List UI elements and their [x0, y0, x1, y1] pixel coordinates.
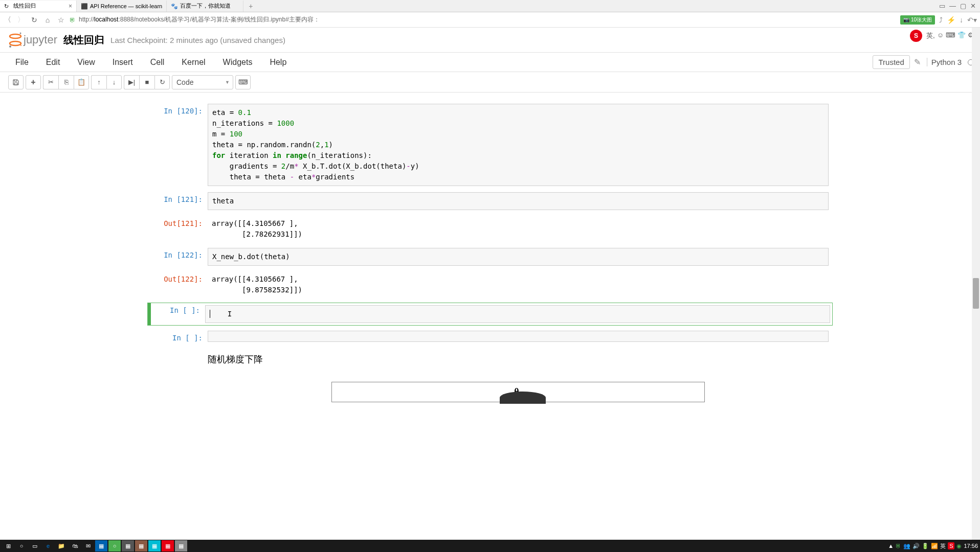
jupyter-header: jupyter 线性回归 Last Checkpoint: 2 minutes …	[0, 28, 980, 53]
code-cell[interactable]: In [121]: theta	[147, 191, 833, 211]
scrollbar-thumb[interactable]	[973, 278, 979, 309]
svg-point-0	[10, 34, 21, 38]
code-cell[interactable]: In [ ]:	[147, 330, 833, 343]
scrollbar[interactable]	[972, 28, 980, 540]
menu-kernel[interactable]: Kernel	[174, 54, 215, 71]
cut-button[interactable]: ✂	[43, 75, 58, 89]
menu-help[interactable]: Help	[262, 54, 297, 71]
app-icon[interactable]: ▦	[122, 540, 134, 551]
output-text: array([[4.3105667 ], [9.87582532]])	[208, 272, 829, 297]
forward-button[interactable]: 〉	[16, 15, 26, 25]
app-icon[interactable]: ▦	[135, 540, 147, 551]
cortana-icon[interactable]: ○	[15, 540, 28, 551]
share-icon[interactable]: ⤴	[939, 16, 943, 24]
new-tab-button[interactable]: +	[243, 2, 258, 10]
ime-icon[interactable]: S	[910, 30, 922, 42]
close-window-icon[interactable]: ✕	[970, 2, 976, 10]
store-icon[interactable]: 🛍	[69, 540, 81, 551]
restart-button[interactable]: ↻	[154, 75, 170, 89]
menu-edit[interactable]: Edit	[39, 54, 71, 71]
move-down-button[interactable]: ↓	[106, 75, 122, 89]
tray-icon[interactable]: ▲	[888, 543, 894, 549]
tray-lang[interactable]: 英	[940, 542, 946, 550]
browser-tab[interactable]: ⬛ API Reference — scikit-learn	[77, 1, 167, 12]
output-cell: Out[121]: array([[4.3105667 ], [2.782629…	[147, 215, 833, 243]
kernel-name[interactable]: Python 3	[927, 58, 962, 66]
undo-icon[interactable]: ↶▾	[967, 16, 977, 24]
start-button[interactable]: ⊞	[2, 540, 14, 551]
home-button[interactable]: ⌂	[43, 15, 52, 25]
task-view-icon[interactable]: ▭	[29, 540, 41, 551]
edit-icon[interactable]: ✎	[914, 57, 921, 67]
in-prompt: In [120]:	[151, 104, 208, 186]
code-input[interactable]: X_new_b.dot(theta)	[208, 248, 829, 266]
download-icon[interactable]: ↓	[960, 16, 963, 24]
code-cell-selected[interactable]: In [ ]: I	[147, 303, 833, 326]
move-up-button[interactable]: ↑	[91, 75, 106, 89]
image-count-badge[interactable]: 📷 10张大图	[900, 15, 935, 25]
address-bar[interactable]: ⛨ http://localhost:8888/notebooks/机器学习/机…	[70, 15, 896, 24]
menu-widgets[interactable]: Widgets	[216, 54, 263, 71]
edge-icon[interactable]: e	[42, 540, 54, 551]
lang-indicator[interactable]: 英,	[926, 31, 935, 40]
menu-view[interactable]: View	[70, 54, 105, 71]
code-cell[interactable]: In [122]: X_new_b.dot(theta)	[147, 247, 833, 267]
emoji-icon[interactable]: ☺	[937, 31, 944, 40]
notebook-container[interactable]: In [120]: eta = 0.1 n_iterations = 1000 …	[0, 93, 980, 552]
reload-button[interactable]: ↻	[30, 15, 39, 25]
tray-icon[interactable]: ⛨	[896, 543, 901, 549]
explorer-icon[interactable]: 📁	[55, 540, 68, 551]
mail-icon[interactable]: ✉	[82, 540, 94, 551]
menu-cell[interactable]: Cell	[143, 54, 175, 71]
favorite-button[interactable]: ☆	[56, 15, 65, 25]
menu-file[interactable]: File	[8, 54, 39, 71]
keyboard-icon[interactable]: ⌨	[946, 31, 955, 40]
paste-button[interactable]: 📋	[74, 75, 89, 89]
tray-icon[interactable]: 📶	[931, 543, 938, 549]
tray-icon[interactable]: 🔊	[912, 543, 920, 549]
code-input[interactable]: theta	[208, 192, 829, 210]
cell-type-select[interactable]: Code	[172, 75, 233, 89]
app-icon[interactable]: ▦	[95, 540, 107, 551]
code-input[interactable]	[208, 331, 829, 342]
tray-icon[interactable]: 🔋	[922, 543, 929, 549]
app-icon[interactable]: ▦	[148, 540, 161, 551]
notebook-title[interactable]: 线性回归	[63, 33, 104, 47]
app-icon[interactable]: ▦	[175, 540, 187, 551]
user-icon[interactable]: 👕	[957, 31, 966, 40]
browser-tab[interactable]: 🐾 百度一下，你就知道	[167, 1, 243, 12]
clock[interactable]: 17:56	[964, 543, 978, 549]
url-path: :8888/notebooks/机器学习/机器学习算法-案例/线性回归.ipyn…	[118, 16, 319, 23]
save-button[interactable]	[8, 75, 24, 89]
interrupt-button[interactable]: ■	[139, 75, 154, 89]
back-button[interactable]: 〈	[3, 15, 12, 25]
empty-prompt	[151, 348, 208, 371]
browser-tab-active[interactable]: ↻ 线性回归 ×	[0, 1, 77, 12]
app-icon[interactable]: ▦	[162, 540, 174, 551]
svg-point-4	[20, 45, 21, 46]
figure: θ2	[331, 382, 705, 402]
browser-menu-icon[interactable]: ▭	[939, 2, 945, 10]
url-host: localhost	[94, 16, 118, 23]
url-scheme: http://	[79, 16, 94, 23]
trusted-badge[interactable]: Trusted	[873, 55, 909, 69]
copy-button[interactable]: ⎘	[58, 75, 74, 89]
minimize-icon[interactable]: —	[949, 2, 956, 10]
tray-ime[interactable]: S	[948, 542, 954, 549]
bolt-icon[interactable]: ⚡	[947, 16, 955, 24]
code-input[interactable]: eta = 0.1 n_iterations = 1000 m = 100 th…	[208, 104, 829, 186]
markdown-cell[interactable]: 随机梯度下降	[147, 347, 833, 372]
code-cell[interactable]: In [120]: eta = 0.1 n_iterations = 1000 …	[147, 103, 833, 187]
maximize-icon[interactable]: ▢	[960, 2, 966, 10]
command-palette-button[interactable]: ⌨	[235, 75, 251, 89]
close-icon[interactable]: ×	[69, 3, 72, 10]
tray-icon[interactable]: ◉	[956, 543, 962, 549]
jupyter-logo[interactable]: jupyter	[8, 32, 57, 48]
menu-insert[interactable]: Insert	[105, 54, 143, 71]
run-button[interactable]: ▶|	[124, 75, 139, 89]
contour-plot	[500, 392, 546, 404]
code-input[interactable]: I	[205, 305, 830, 323]
browser-icon[interactable]: ○	[108, 540, 121, 551]
insert-cell-button[interactable]: +	[26, 75, 41, 89]
tray-icon[interactable]: 👥	[903, 543, 910, 549]
